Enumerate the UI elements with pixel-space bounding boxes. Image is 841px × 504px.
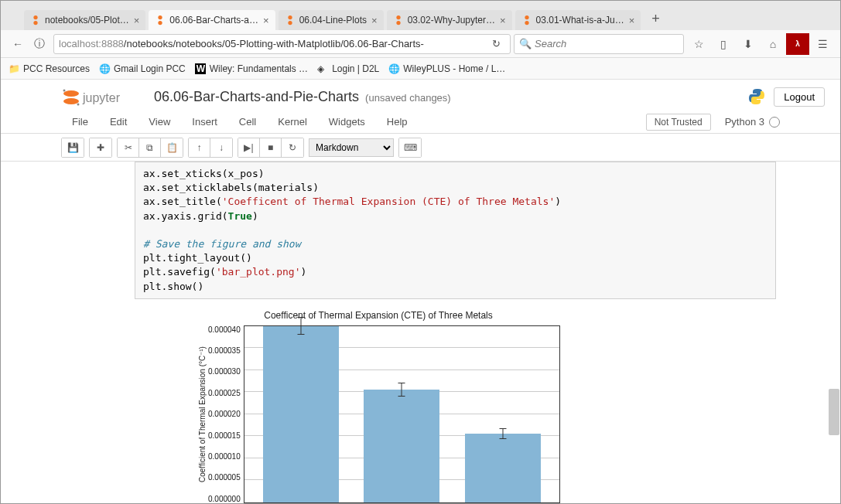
copy-icon[interactable]: ⧉ (139, 138, 161, 157)
logout-button[interactable]: Logout (774, 87, 825, 107)
svg-point-5 (288, 21, 292, 25)
menu-icon[interactable]: ☰ (811, 33, 834, 55)
new-tab-button[interactable]: + (644, 8, 668, 30)
bookmark-item[interactable]: ◈Login | D2L (317, 63, 379, 74)
jupyter-icon (285, 15, 296, 26)
svg-point-12 (63, 90, 66, 92)
chart-title: Coefficent of Thermal Expansion (CTE) of… (197, 310, 560, 321)
tab-label: 03.01-What-is-a-Ju… (536, 15, 624, 26)
svg-point-0 (33, 15, 37, 19)
command-palette-icon[interactable]: ⌨ (399, 138, 421, 157)
svg-point-9 (525, 21, 528, 25)
kernel-name[interactable]: Python 3 (725, 116, 764, 128)
menu-cell[interactable]: Cell (228, 112, 267, 131)
library-icon[interactable]: ▯ (712, 33, 735, 55)
browser-tabbar: notebooks/05-Plot… × 06.06-Bar-Charts-a…… (1, 7, 840, 30)
url-path: /notebooks/notebooks/05-Plotting-with-Ma… (124, 38, 424, 49)
celltype-select[interactable]: Markdown (309, 138, 394, 157)
svg-point-7 (396, 21, 400, 25)
chart-output: Coefficent of Thermal Expansion (CTE) of… (197, 310, 560, 503)
save-icon[interactable]: 💾 (62, 138, 84, 157)
tab-2[interactable]: 06.04-Line-Plots × (279, 10, 384, 30)
tab-close-icon[interactable]: × (629, 15, 635, 26)
bookmark-item[interactable]: 🌐Gmail Login PCC (99, 63, 186, 74)
paste-icon[interactable]: 📋 (161, 138, 183, 157)
chart-yticks: 0.000040 0.000035 0.000030 0.000025 0.00… (208, 325, 244, 503)
tab-3[interactable]: 03.02-Why-Jupyter… × (387, 10, 512, 30)
tab-4[interactable]: 03.01-What-is-a-Ju… × (515, 10, 641, 30)
move-up-icon[interactable]: ↑ (189, 138, 210, 157)
chart-ylabel: Coefficient of Thermal Expansion (°C⁻¹) (197, 325, 208, 503)
bar-steel (465, 434, 541, 502)
trusted-indicator[interactable]: Not Trusted (646, 114, 711, 131)
menu-kernel[interactable]: Kernel (267, 112, 318, 131)
jupyter-icon (393, 15, 404, 26)
svg-point-4 (288, 15, 292, 19)
cut-icon[interactable]: ✂ (118, 138, 139, 157)
url-bar[interactable]: localhost:8888/notebooks/notebooks/05-Pl… (53, 34, 511, 54)
tab-1[interactable]: 06.06-Bar-Charts-a… × (149, 10, 275, 30)
tab-close-icon[interactable]: × (371, 15, 378, 26)
jupyter-icon (521, 15, 532, 26)
globe-icon: 🌐 (388, 63, 399, 74)
menu-insert[interactable]: Insert (181, 112, 228, 131)
bar-copper (364, 390, 439, 502)
scrollbar-thumb[interactable] (829, 389, 839, 435)
kernel-status-icon (769, 117, 780, 128)
jupyter-logo[interactable]: jupyter (61, 87, 146, 107)
notebook-title[interactable]: 06.06-Bar-Charts-and-Pie-Charts (154, 89, 359, 105)
bar-aluminum (263, 326, 339, 502)
jupyter-toolbar: 💾 ✚ ✂ ⧉ 📋 ↑ ↓ ▶| ■ ↻ Markdown ⌨ (1, 134, 840, 162)
stop-icon[interactable]: ■ (260, 138, 282, 157)
bookmark-item[interactable]: WWiley: Fundamentals … (195, 63, 308, 74)
search-bar[interactable]: 🔍 (514, 34, 684, 54)
python-icon (747, 87, 766, 106)
bookmark-star-icon[interactable]: ☆ (687, 33, 710, 55)
tab-0[interactable]: notebooks/05-Plot… × (24, 10, 145, 30)
svg-point-10 (63, 90, 79, 97)
jupyter-notebook: jupyter 06.06-Bar-Charts-and-Pie-Charts … (1, 80, 840, 503)
reload-icon[interactable]: ↻ (487, 38, 505, 49)
menu-widgets[interactable]: Widgets (318, 112, 376, 131)
tab-label: notebooks/05-Plot… (45, 15, 129, 26)
tab-close-icon[interactable]: × (263, 15, 269, 26)
downloads-icon[interactable]: ⬇ (737, 33, 760, 55)
folder-icon: 📁 (9, 63, 19, 74)
jupyter-icon (155, 15, 166, 26)
home-icon[interactable]: ⌂ (761, 33, 785, 55)
add-cell-icon[interactable]: ✚ (90, 138, 111, 157)
search-icon: 🔍 (519, 38, 532, 49)
bookmarks-bar: 📁PCC Resources 🌐Gmail Login PCC WWiley: … (1, 58, 840, 80)
back-button[interactable]: ← (7, 33, 29, 55)
url-host: localhost (59, 38, 98, 49)
tab-label: 03.02-Why-Jupyter… (408, 15, 495, 26)
search-input[interactable] (535, 38, 679, 49)
bookmark-item[interactable]: 📁PCC Resources (9, 63, 90, 74)
svg-point-3 (159, 21, 162, 25)
jupyter-icon (30, 15, 41, 26)
move-down-icon[interactable]: ↓ (210, 138, 232, 157)
tab-close-icon[interactable]: × (134, 15, 140, 26)
run-icon[interactable]: ▶| (238, 138, 260, 157)
d2l-icon: ◈ (317, 63, 328, 74)
globe-icon: 🌐 (99, 63, 110, 74)
svg-point-11 (63, 98, 79, 104)
svg-point-6 (396, 15, 400, 19)
menu-file[interactable]: File (61, 112, 99, 131)
menu-view[interactable]: View (138, 112, 181, 131)
notebook-area[interactable]: ax.set_xticks(x_pos) ax.set_xticklabels(… (1, 162, 840, 503)
tab-close-icon[interactable]: × (500, 15, 506, 26)
chart-plot-area (244, 325, 560, 503)
browser-navbar: ← ⓘ localhost:8888/notebooks/notebooks/0… (1, 30, 840, 58)
code-cell[interactable]: ax.set_xticks(x_pos) ax.set_xticklabels(… (135, 162, 776, 299)
w-icon: W (195, 63, 206, 74)
info-icon[interactable]: ⓘ (29, 33, 50, 55)
svg-point-2 (159, 15, 162, 19)
menu-help[interactable]: Help (376, 112, 419, 131)
menu-edit[interactable]: Edit (99, 112, 138, 131)
pdf-icon[interactable]: λ (786, 33, 809, 55)
restart-icon[interactable]: ↻ (282, 138, 303, 157)
jupyter-menubar: File Edit View Insert Cell Kernel Widget… (1, 111, 840, 134)
tab-label: 06.06-Bar-Charts-a… (169, 15, 258, 26)
bookmark-item[interactable]: 🌐WileyPLUS - Home / L… (388, 63, 505, 74)
